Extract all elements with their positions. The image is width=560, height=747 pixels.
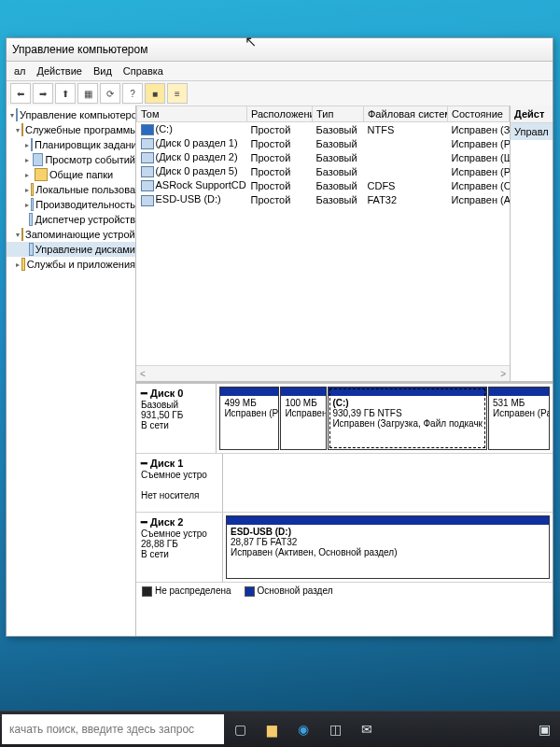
disk0-partition-1[interactable]: 499 МБИсправен (Раз: [219, 387, 279, 450]
users-icon: [31, 183, 34, 196]
taskbar-search-input[interactable]: качать поиск, введите здесь запрос: [2, 714, 224, 744]
disk-icon: [29, 243, 34, 256]
toolbar-list-icon[interactable]: ≡: [167, 83, 188, 104]
disk-1-header: ━ Диск 1 Съемное устро Нет носителя: [136, 454, 223, 512]
tree-shared-folders[interactable]: ▸Общие папки: [7, 167, 135, 182]
menubar: ал Действие Вид Справка: [7, 62, 553, 81]
volume-row[interactable]: (Диск 0 раздел 2)ПростойБазовыйИсправен …: [137, 150, 510, 164]
edge-icon[interactable]: ◉: [287, 713, 319, 745]
tree-event-viewer[interactable]: ▸Просмотр событий: [7, 152, 135, 167]
col-layout[interactable]: Расположение: [247, 106, 313, 122]
tree-local-users[interactable]: ▸Локальные пользова: [7, 182, 135, 197]
mail-icon[interactable]: ✉: [351, 713, 383, 745]
menu-view[interactable]: Вид: [90, 65, 116, 77]
event-icon: [33, 153, 43, 166]
tree-system-tools[interactable]: ▾Служебные программы: [7, 122, 135, 137]
tray-icon[interactable]: ▣: [528, 713, 560, 745]
menu-help[interactable]: Справка: [119, 65, 167, 77]
disk-2-row[interactable]: ━ Диск 2 Съемное устро 28,88 ГБ В сети E…: [136, 513, 553, 583]
toolbar: ⬅ ➡ ⬆ ▦ ⟳ ? ■ ≡: [7, 81, 553, 106]
volume-icon: [141, 124, 154, 135]
volume-list[interactable]: Том Расположение Тип Файловая система Со…: [136, 106, 510, 381]
col-volume[interactable]: Том: [137, 106, 247, 122]
tree-device-manager[interactable]: Диспетчер устройств: [7, 212, 135, 227]
volume-row[interactable]: ASRock SupportCD (F:)ПростойБазовыйCDFSИ…: [137, 178, 510, 192]
disk-2-header: ━ Диск 2 Съемное устро 28,88 ГБ В сети: [136, 513, 223, 582]
tree-services[interactable]: ▸Службы и приложения: [7, 257, 135, 272]
menu-action[interactable]: Действие: [34, 65, 86, 77]
computer-icon: [16, 108, 18, 121]
disk-0-row[interactable]: ━ Диск 0 Базовый 931,50 ГБ В сети 499 МБ…: [136, 384, 553, 454]
col-type[interactable]: Тип: [313, 106, 364, 122]
disk-1-row[interactable]: ━ Диск 1 Съемное устро Нет носителя: [136, 454, 553, 513]
tree-root[interactable]: ▾Управление компьютером (л: [7, 107, 135, 122]
store-icon[interactable]: ◫: [319, 713, 351, 745]
volume-icon: [141, 138, 154, 149]
disk0-partition-c[interactable]: (C:)930,39 ГБ NTFSИсправен (Загрузка, Фа…: [328, 387, 487, 450]
storage-icon: [21, 228, 23, 241]
volume-row[interactable]: (C:)ПростойБазовыйNTFSИсправен (Загрузка…: [137, 122, 510, 137]
volume-icon: [141, 195, 154, 206]
actions-pane: Дейст Управл: [510, 106, 553, 381]
disk-0-header: ━ Диск 0 Базовый 931,50 ГБ В сети: [136, 384, 217, 453]
taskbar[interactable]: качать поиск, введите здесь запрос ▢ ▆ ◉…: [0, 711, 560, 747]
tree-storage[interactable]: ▾Запоминающие устройст: [7, 227, 135, 242]
tree-task-scheduler[interactable]: ▸Планировщик задани: [7, 137, 135, 152]
nav-tree: ▾Управление компьютером (л ▾Служебные пр…: [7, 106, 136, 636]
volume-row[interactable]: (Диск 0 раздел 1)ПростойБазовыйИсправен …: [137, 136, 510, 150]
volume-row[interactable]: ESD-USB (D:)ПростойБазовыйFAT32Исправен …: [137, 192, 510, 206]
toolbar-up-icon[interactable]: ⬆: [55, 83, 76, 104]
disk2-partition-esd[interactable]: ESD-USB (D:)28,87 ГБ FAT32Исправен (Акти…: [226, 515, 550, 579]
disk0-partition-4[interactable]: 531 МБИсправен (Раз,: [488, 387, 550, 450]
services-icon: [21, 258, 25, 271]
volume-icon: [141, 152, 154, 163]
volume-row[interactable]: (Диск 0 раздел 5)ПростойБазовыйИсправен …: [137, 164, 510, 178]
menu-file[interactable]: ал: [10, 65, 30, 77]
horizontal-scrollbar[interactable]: <>: [136, 365, 510, 381]
actions-item[interactable]: Управл: [511, 123, 553, 140]
folder-icon: [35, 168, 48, 181]
scheduler-icon: [31, 138, 33, 151]
tree-disk-management[interactable]: Управление дисками: [7, 242, 135, 257]
tree-performance[interactable]: ▸Производительность: [7, 197, 135, 212]
toolbar-back-icon[interactable]: ⬅: [10, 83, 31, 104]
device-icon: [29, 213, 34, 226]
window-title: Управление компьютером: [12, 43, 147, 56]
task-view-icon[interactable]: ▢: [224, 713, 256, 745]
col-fs[interactable]: Файловая система: [364, 106, 448, 122]
toolbar-help-icon[interactable]: ?: [122, 83, 143, 104]
toolbar-show-icon[interactable]: ▦: [77, 83, 98, 104]
explorer-icon[interactable]: ▆: [256, 713, 287, 745]
toolbar-props-icon[interactable]: ■: [145, 83, 165, 104]
actions-header: Дейст: [511, 106, 553, 123]
col-status[interactable]: Состояние: [448, 106, 510, 122]
disk0-partition-2[interactable]: 100 МБИсправен: [280, 387, 327, 450]
perf-icon: [31, 198, 34, 211]
titlebar[interactable]: Управление компьютером: [7, 38, 553, 62]
folder-icon: [21, 123, 23, 136]
volume-icon: [141, 166, 154, 177]
toolbar-refresh-icon[interactable]: ⟳: [100, 83, 120, 104]
computer-management-window: Управление компьютером ал Действие Вид С…: [6, 37, 553, 637]
disk-layout-panel: ━ Диск 0 Базовый 931,50 ГБ В сети 499 МБ…: [136, 381, 553, 636]
legend: Не распределена Основной раздел: [136, 583, 553, 599]
volume-icon: [141, 180, 154, 191]
toolbar-forward-icon[interactable]: ➡: [33, 83, 53, 104]
